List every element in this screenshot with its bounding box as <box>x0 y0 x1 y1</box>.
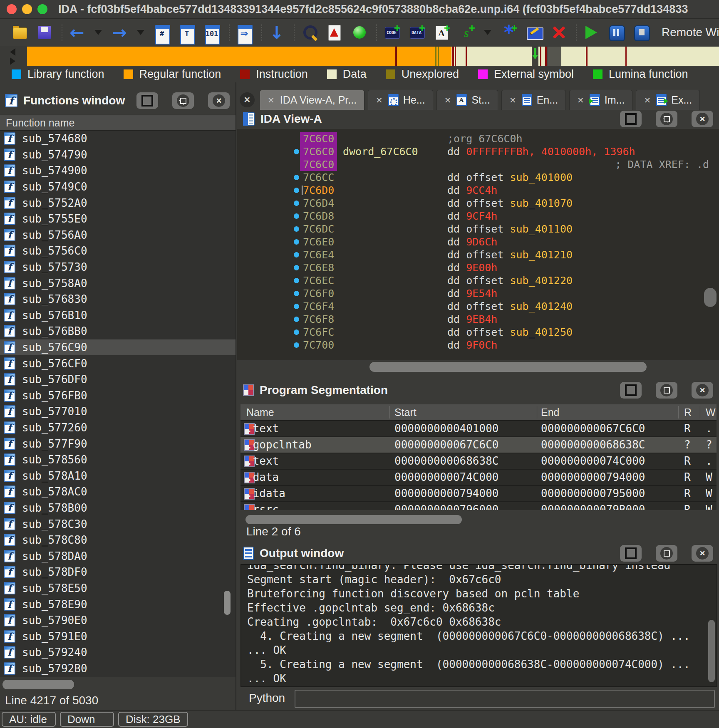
functions-horizontal-scrollbar[interactable] <box>2 680 74 689</box>
tab-ex[interactable]: Ex... <box>636 90 700 110</box>
function-list-item[interactable]: fsub_578B00 <box>0 500 236 516</box>
ida-view-maximize-button[interactable] <box>620 111 642 127</box>
function-list-item[interactable]: fsub_578E50 <box>0 580 236 597</box>
navigate-back-icon[interactable] <box>68 22 86 42</box>
lumina-icon[interactable] <box>350 22 368 42</box>
disassembly-line[interactable]: 7C6CCdd offset sub_401000 <box>237 171 719 184</box>
tab-close-icon[interactable] <box>509 95 516 105</box>
function-list-item[interactable]: fsub_5790E0 <box>0 612 236 629</box>
open-file-icon[interactable] <box>11 22 28 42</box>
make-string-icon[interactable]: s <box>458 22 475 42</box>
cancel-icon[interactable] <box>550 22 568 42</box>
function-list-item[interactable]: fsub_577260 <box>0 420 236 436</box>
stop-icon[interactable] <box>632 22 650 42</box>
jump-to-xref-icon[interactable] <box>236 22 253 42</box>
disassembly-line[interactable]: 7C6D4dd offset sub_401070 <box>237 197 719 210</box>
function-list-item[interactable]: fsub_5794A0 <box>0 676 236 677</box>
navigate-forward-icon[interactable] <box>111 22 128 42</box>
segment-row[interactable]: .idata00000000007940000000000000795000RW <box>240 485 717 501</box>
disassembly-line[interactable]: 7C6F0dd 9E54h <box>237 287 719 300</box>
pause-icon[interactable] <box>607 22 625 42</box>
function-list-item[interactable]: fsub_574790 <box>0 147 236 163</box>
functions-vertical-scrollbar[interactable] <box>224 591 231 615</box>
functions-window-close-button[interactable] <box>208 92 230 109</box>
close-window-icon[interactable] <box>7 4 17 14</box>
output-vertical-scrollbar[interactable] <box>708 620 715 682</box>
disassembly-line[interactable]: 7C6ECdd offset sub_401220 <box>237 274 719 287</box>
function-list-item[interactable]: fsub_574900 <box>0 163 236 179</box>
segment-row[interactable]: .data000000000074C0000000000000794000RW <box>240 469 717 485</box>
make-code-icon[interactable]: CODE <box>383 22 400 42</box>
add-xref-icon[interactable]: * <box>500 22 518 42</box>
minimize-window-icon[interactable] <box>22 4 32 14</box>
segment-row[interactable]: .gopclntab000000000067C6C000000000006863… <box>240 436 717 453</box>
function-list-item[interactable]: fsub_578DA0 <box>0 548 236 564</box>
function-list-item[interactable]: fsub_5791E0 <box>0 628 236 644</box>
column-header-w[interactable]: W <box>706 404 716 420</box>
jump-to-address-icon[interactable]: # <box>153 22 171 42</box>
disassembly-listing[interactable]: 7C6C0;org 67C6C0h7C6C0dword_67C6C0dd 0FF… <box>237 129 719 360</box>
segments-maximize-button[interactable] <box>620 382 642 399</box>
rename-icon[interactable]: A <box>433 22 450 42</box>
disassembly-line[interactable]: 7C6E8dd 9E00h <box>237 261 719 274</box>
function-list-item[interactable]: fsub_578A10 <box>0 468 236 484</box>
segments-cascade-button[interactable] <box>656 382 677 399</box>
make-data-icon[interactable]: DATA <box>408 22 425 42</box>
disassembly-line[interactable]: 7C6F4dd offset sub_401240 <box>237 300 719 313</box>
jump-by-name-icon[interactable]: T <box>178 22 196 42</box>
function-name-column-header[interactable]: Function name <box>0 115 236 131</box>
output-window-header[interactable]: Output window <box>237 543 719 563</box>
problems-list-icon[interactable] <box>325 22 343 42</box>
ida-view-close-button[interactable] <box>692 111 713 127</box>
output-window-close-button[interactable] <box>692 545 713 562</box>
column-header-end[interactable]: End <box>541 404 559 420</box>
function-list-item[interactable]: fsub_578DF0 <box>0 564 236 580</box>
function-list-item[interactable]: fsub_578C30 <box>0 516 236 532</box>
disassembly-line[interactable]: 7C6C0; DATA XREF: .d <box>237 158 719 171</box>
tab-close-icon[interactable] <box>577 95 584 105</box>
disassembly-line[interactable]: 7C6D0dd 9CC4h <box>237 184 719 197</box>
function-list-item[interactable]: fsub_579240 <box>0 644 236 661</box>
ida-view-vertical-scrollbar[interactable] <box>704 288 717 307</box>
save-file-icon[interactable] <box>36 22 53 42</box>
segment-row[interactable]: .text000000000068638C000000000074C000R. <box>240 453 717 469</box>
disassembly-line[interactable]: 7C700dd 9F0Ch <box>237 339 719 352</box>
jump-to-binary-icon[interactable]: 101 <box>203 22 221 42</box>
function-list-item[interactable]: fsub_578AC0 <box>0 484 236 500</box>
functions-window-header[interactable]: f Functions window <box>0 91 236 111</box>
disassembly-line[interactable]: 7C6C0dword_67C6C0dd 0FFFFFFFBh, 4010000h… <box>237 145 719 158</box>
tab-st[interactable]: St... <box>436 90 498 110</box>
tab-close-icon[interactable] <box>376 95 383 105</box>
ida-view-header[interactable]: IDA View-A <box>237 109 719 129</box>
ida-view-horizontal-scrollbar[interactable] <box>369 362 647 372</box>
output-window-maximize-button[interactable] <box>620 545 642 562</box>
search-icon[interactable] <box>300 22 318 42</box>
function-list-item[interactable]: fsub_574680 <box>0 131 236 147</box>
zoom-window-icon[interactable] <box>37 4 47 14</box>
tab-idaviewapr[interactable]: IDA View-A, Pr... <box>260 90 364 110</box>
function-list-item[interactable]: fsub_576CF0 <box>0 355 236 371</box>
run-icon[interactable] <box>583 22 600 42</box>
disassembly-line[interactable]: 7C6D8dd 9CF4h <box>237 210 719 223</box>
tab-close-icon[interactable] <box>268 95 275 105</box>
tab-im[interactable]: Im... <box>569 90 632 110</box>
navigate-back-dropdown-icon[interactable] <box>93 22 103 42</box>
function-list-item[interactable]: fsub_576C90 <box>0 339 236 356</box>
ida-view-cascade-button[interactable] <box>656 111 677 127</box>
band-scroll-right-icon[interactable] <box>10 57 15 65</box>
function-list-item[interactable]: fsub_5749C0 <box>0 179 236 195</box>
disassembly-line[interactable]: 7C6E4dd offset sub_401210 <box>237 248 719 261</box>
function-list-item[interactable]: fsub_576DF0 <box>0 371 236 388</box>
function-list-item[interactable]: fsub_578C80 <box>0 532 236 548</box>
output-log[interactable]: ida_search.find_binary: Please use ida_s… <box>240 564 717 687</box>
function-list-item[interactable]: fsub_578560 <box>0 452 236 468</box>
segment-row[interactable]: .rsrc0000000000796000000000000079B000RW <box>240 501 717 510</box>
disassembly-line[interactable]: 7C6DCdd offset sub_401100 <box>237 223 719 235</box>
function-list-item[interactable]: fsub_5752A0 <box>0 195 236 211</box>
disassembly-line[interactable]: 7C6F8dd 9EB4h <box>237 313 719 326</box>
segment-row[interactable]: .text0000000000401000000000000067C6C0R. <box>240 420 717 436</box>
output-window-cascade-button[interactable] <box>656 545 677 562</box>
functions-window-maximize-button[interactable] <box>136 92 158 109</box>
function-list-item[interactable]: fsub_5758A0 <box>0 275 236 291</box>
segments-horizontal-scrollbar[interactable] <box>245 515 462 524</box>
